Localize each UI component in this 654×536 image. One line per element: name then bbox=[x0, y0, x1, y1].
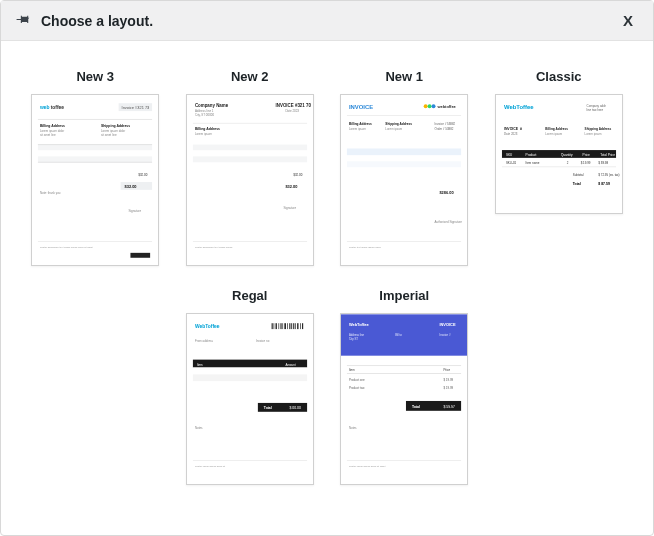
svg-text:Notes: Notes bbox=[349, 426, 357, 430]
svg-rect-100 bbox=[287, 323, 288, 329]
svg-text:$ 39.98: $ 39.98 bbox=[598, 161, 608, 165]
svg-text:$ 00.00: $ 00.00 bbox=[289, 406, 301, 410]
svg-text:line two here: line two here bbox=[586, 108, 603, 112]
svg-text:Signature: Signature bbox=[283, 206, 296, 210]
svg-text:Date 2023: Date 2023 bbox=[285, 109, 299, 113]
svg-text:Total: Total bbox=[264, 406, 272, 410]
svg-rect-101 bbox=[289, 323, 290, 329]
layout-option-new1[interactable]: New 1 INVOICE webtoffee Billing Address … bbox=[340, 69, 469, 266]
svg-rect-103 bbox=[293, 323, 294, 329]
svg-text:Footer disclaimer text lorem i: Footer disclaimer text lorem ipsum dolor… bbox=[40, 246, 93, 249]
svg-text:Lorem ipsum: Lorem ipsum bbox=[386, 127, 404, 131]
svg-text:Billing Address: Billing Address bbox=[195, 127, 220, 131]
svg-text:sit amet line: sit amet line bbox=[101, 133, 117, 137]
svg-text:Price: Price bbox=[582, 153, 589, 157]
layout-label: New 2 bbox=[231, 69, 269, 84]
svg-text:Total: Total bbox=[573, 182, 581, 186]
svg-text:Lorem ipsum: Lorem ipsum bbox=[349, 127, 367, 131]
svg-rect-114 bbox=[193, 374, 307, 381]
svg-point-47 bbox=[432, 104, 436, 108]
close-button[interactable]: X bbox=[617, 8, 639, 33]
svg-text:Shipping Address: Shipping Address bbox=[584, 127, 611, 131]
svg-text:Billing Address: Billing Address bbox=[40, 124, 65, 128]
svg-rect-14 bbox=[38, 150, 152, 156]
svg-text:Address line: Address line bbox=[349, 333, 365, 337]
svg-text:$32.00: $32.00 bbox=[139, 173, 148, 177]
layout-label: Regal bbox=[232, 288, 267, 303]
layout-option-classic[interactable]: Classic WebToffee Company addr line two … bbox=[495, 69, 624, 266]
svg-text:$ 59.97: $ 59.97 bbox=[444, 405, 456, 409]
svg-text:Footer lorem ipsum dolor sit: Footer lorem ipsum dolor sit bbox=[195, 465, 226, 468]
svg-text:Lorem ipsum: Lorem ipsum bbox=[584, 132, 602, 136]
svg-rect-106 bbox=[300, 323, 301, 329]
svg-rect-115 bbox=[193, 381, 307, 388]
svg-text:Invoice no: Invoice no bbox=[256, 339, 270, 343]
svg-text:Price: Price bbox=[444, 368, 451, 372]
svg-text:web: web bbox=[39, 105, 50, 110]
svg-text:Bill to: Bill to bbox=[395, 333, 402, 337]
layout-thumb-classic: WebToffee Company addr line two here INV… bbox=[495, 94, 623, 214]
svg-text:Item name: Item name bbox=[525, 161, 539, 165]
svg-point-45 bbox=[424, 104, 428, 108]
layout-label: New 3 bbox=[76, 69, 114, 84]
svg-text:sit amet line: sit amet line bbox=[40, 133, 56, 137]
svg-text:Billing Address: Billing Address bbox=[545, 127, 568, 131]
svg-text:$ 87.59: $ 87.59 bbox=[598, 182, 610, 186]
svg-text:Company Name: Company Name bbox=[195, 103, 229, 108]
svg-rect-96 bbox=[278, 323, 279, 329]
svg-rect-56 bbox=[347, 149, 461, 156]
svg-text:Product one: Product one bbox=[349, 378, 365, 382]
svg-text:Lorem ipsum: Lorem ipsum bbox=[545, 132, 563, 136]
svg-text:Billing Address: Billing Address bbox=[349, 122, 372, 126]
svg-rect-5 bbox=[38, 119, 152, 120]
pin-icon bbox=[15, 12, 33, 30]
svg-text:From address: From address bbox=[195, 339, 214, 343]
layout-option-new3[interactable]: New 3 webtoffee Invoice #321 73 Billing … bbox=[31, 69, 160, 266]
svg-rect-113 bbox=[193, 368, 307, 375]
svg-rect-43 bbox=[341, 95, 467, 264]
svg-text:Item: Item bbox=[349, 368, 355, 372]
svg-text:WebToffee: WebToffee bbox=[504, 104, 534, 110]
svg-rect-98 bbox=[282, 323, 283, 329]
layout-option-imperial[interactable]: Imperial WebToffee INVOICE Address line … bbox=[340, 288, 469, 485]
layout-option-regal[interactable]: Regal WebToffee From address Invoice no … bbox=[186, 288, 315, 485]
svg-text:Invoice # 53882: Invoice # 53882 bbox=[435, 122, 456, 126]
svg-text:Subtotal: Subtotal bbox=[573, 173, 584, 177]
svg-text:Item: Item bbox=[197, 363, 203, 367]
svg-text:Lorem ipsum: Lorem ipsum bbox=[195, 132, 213, 136]
svg-rect-93 bbox=[271, 323, 272, 329]
svg-text:Authorised Signature: Authorised Signature bbox=[435, 220, 463, 224]
svg-text:Invoice #: Invoice # bbox=[440, 333, 451, 337]
svg-text:$ 19.99: $ 19.99 bbox=[444, 378, 454, 382]
layout-thumb-new2: Company Name Address line 1 City, ST 000… bbox=[186, 94, 314, 266]
svg-text:WebToffee: WebToffee bbox=[349, 322, 370, 327]
layout-grid: New 3 webtoffee Invoice #321 73 Billing … bbox=[31, 69, 623, 485]
svg-text:WebToffee: WebToffee bbox=[195, 324, 220, 329]
svg-rect-15 bbox=[38, 156, 152, 162]
svg-text:SKU-01: SKU-01 bbox=[506, 161, 517, 165]
svg-text:$32.00: $32.00 bbox=[293, 173, 302, 177]
layout-label: Imperial bbox=[379, 288, 429, 303]
svg-rect-107 bbox=[302, 323, 303, 329]
svg-text:Product two: Product two bbox=[349, 386, 365, 390]
svg-text:INVOICE  #: INVOICE # bbox=[504, 127, 522, 131]
svg-text:Total Price: Total Price bbox=[600, 153, 615, 157]
svg-text:Signature: Signature bbox=[129, 209, 142, 213]
svg-text:INVOICE: INVOICE bbox=[440, 322, 457, 327]
svg-rect-37 bbox=[193, 156, 307, 162]
layout-option-new2[interactable]: New 2 Company Name Address line 1 City, … bbox=[186, 69, 315, 266]
svg-text:$32.00: $32.00 bbox=[125, 184, 138, 189]
svg-text:Footer text lorem ipsum dolor: Footer text lorem ipsum dolor bbox=[349, 246, 381, 249]
modal-body: New 3 webtoffee Invoice #321 73 Billing … bbox=[1, 41, 653, 535]
svg-rect-35 bbox=[193, 145, 307, 151]
svg-text:$32.00: $32.00 bbox=[285, 184, 298, 189]
svg-rect-57 bbox=[347, 155, 461, 161]
svg-text:Product: Product bbox=[525, 153, 536, 157]
svg-text:Invoice #321 73: Invoice #321 73 bbox=[122, 105, 151, 110]
svg-text:Footer lorem ipsum dolor sit a: Footer lorem ipsum dolor sit amet bbox=[349, 465, 386, 468]
svg-text:Note: thank you: Note: thank you bbox=[40, 191, 61, 195]
svg-text:City ST: City ST bbox=[349, 337, 358, 341]
svg-text:INVOICE: INVOICE bbox=[349, 104, 373, 110]
svg-rect-0 bbox=[32, 95, 158, 264]
svg-rect-73 bbox=[502, 150, 616, 158]
